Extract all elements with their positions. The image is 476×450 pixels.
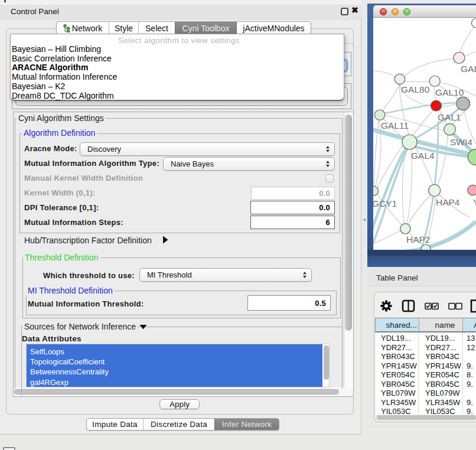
svg-text:GAL80: GAL80 [401, 84, 430, 94]
svg-text:GAL1: GAL1 [438, 112, 461, 122]
svg-text:GAL11: GAL11 [381, 120, 409, 131]
svg-text:GCY1: GCY1 [373, 198, 397, 208]
svg-text:SWI4: SWI4 [450, 137, 472, 147]
svg-text:HAP4: HAP4 [436, 197, 460, 207]
svg-text:GAL10: GAL10 [435, 87, 464, 97]
svg-text:GAL4: GAL4 [411, 151, 435, 161]
svg-text:Y: Y [473, 197, 476, 207]
svg-text:HAP2: HAP2 [406, 234, 431, 244]
svg-text:GAL: GAL [461, 64, 476, 74]
